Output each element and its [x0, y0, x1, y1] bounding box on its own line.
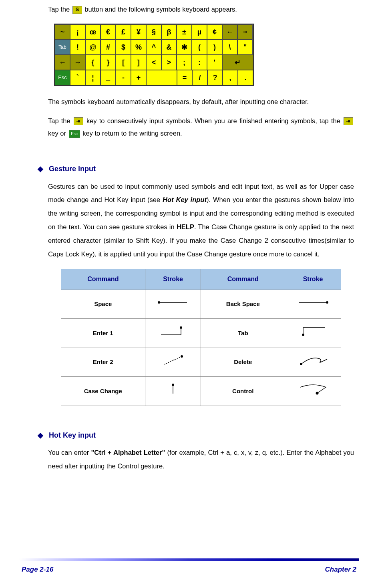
cmd-backspace: Back Space [201, 290, 285, 319]
table-row: Enter 2 Delete [61, 348, 341, 377]
kb-key[interactable]: ¡ [70, 24, 85, 40]
kb-key[interactable]: [ [116, 55, 131, 70]
svg-point-3 [326, 301, 328, 304]
kb-key[interactable]: } [101, 55, 116, 70]
intro-text-1: Tap the [48, 6, 72, 13]
symbols-button-icon: S [72, 6, 82, 14]
kb-right[interactable]: → [70, 55, 85, 70]
gesture-title: Gesture input [49, 162, 96, 176]
kb-key[interactable]: ± [177, 24, 192, 40]
cmd-enter2: Enter 2 [61, 348, 145, 377]
kb-tilde[interactable]: ~ [55, 24, 70, 40]
kb-key[interactable]: < [146, 55, 161, 70]
kb-key[interactable]: ` [70, 70, 85, 85]
kb-key[interactable]: ( [192, 40, 207, 55]
hotkey-body: You can enter "Ctrl + Alphabet Letter" (… [48, 446, 354, 473]
kb-key[interactable]: ^ [146, 40, 161, 55]
kb-key[interactable]: { [85, 55, 101, 70]
kb-key[interactable]: € [101, 24, 116, 40]
p2-a: Tap the [48, 117, 73, 124]
stroke-enter1 [145, 319, 201, 348]
stroke-space [145, 290, 201, 319]
kb-key[interactable]: ) [207, 40, 222, 55]
s2-b: "Ctrl + Alphabet Letter" [91, 449, 165, 456]
kb-key[interactable]: ¦ [85, 70, 101, 85]
cmd-tab: Tab [201, 319, 285, 348]
symbols-keyboard: ~ ¡ œ € £ ¥ § β ± µ ¢ ← Tab ! @ # $ % ^ … [54, 24, 254, 86]
th-stroke: Stroke [145, 269, 201, 290]
svg-point-10 [316, 392, 318, 395]
kb-key[interactable]: ✱ [177, 40, 192, 55]
kb-esc[interactable]: Esc [55, 70, 70, 85]
pin-key-icon [74, 117, 83, 125]
cmd-space: Space [61, 290, 145, 319]
hotkey-title: Hot Key input [49, 428, 96, 442]
cmd-control: Control [201, 377, 285, 406]
table-row: Space Back Space [61, 290, 341, 319]
kb-key[interactable]: > [161, 55, 177, 70]
esc-key-icon: Esc [69, 130, 80, 138]
kb-tab[interactable]: Tab [55, 40, 70, 55]
stroke-casechange [145, 377, 201, 406]
stroke-control [285, 377, 341, 406]
kb-key[interactable]: œ [85, 24, 101, 40]
stroke-tab [285, 319, 341, 348]
kb-key[interactable]: / [192, 70, 207, 85]
stroke-delete [285, 348, 341, 377]
kb-key[interactable]: ] [131, 55, 146, 70]
kb-key[interactable]: $ [116, 40, 131, 55]
cmd-enter1: Enter 1 [61, 319, 145, 348]
diamond-icon: ◆ [38, 162, 43, 176]
table-row: Case Change Control [61, 377, 341, 406]
kb-key[interactable]: + [131, 70, 146, 85]
cmd-delete: Delete [201, 348, 285, 377]
p2-b: key to consecutively input symbols. When… [86, 117, 343, 124]
kb-key[interactable]: ¢ [207, 24, 222, 40]
kb-key[interactable]: " [237, 40, 253, 55]
paragraph-2: Tap the key to consecutively input symbo… [48, 115, 354, 140]
th-stroke-2: Stroke [285, 269, 341, 290]
kb-key[interactable]: @ [85, 40, 101, 55]
kb-key[interactable]: ' [207, 55, 222, 70]
kb-key[interactable]: \ [222, 40, 237, 55]
kb-key[interactable]: ! [70, 40, 85, 55]
kb-space[interactable] [146, 70, 177, 85]
kb-key[interactable]: = [177, 70, 192, 85]
kb-key[interactable]: % [131, 40, 146, 55]
paragraph-1: The symbols keyboard automatically disap… [48, 96, 354, 108]
kb-key[interactable]: , [223, 70, 238, 85]
stroke-enter2 [145, 348, 201, 377]
kb-key[interactable]: - [116, 70, 131, 85]
diamond-icon: ◆ [38, 428, 43, 442]
gesture-table: Command Stroke Command Stroke Space Back… [61, 269, 341, 406]
kb-key[interactable]: . [238, 70, 253, 85]
kb-key[interactable]: _ [101, 70, 116, 85]
kb-key[interactable]: # [101, 40, 116, 55]
s1-d: HELP [177, 223, 194, 230]
kb-key[interactable]: β [161, 24, 177, 40]
kb-key[interactable]: £ [116, 24, 131, 40]
hotkey-heading: ◆ Hot Key input [38, 428, 354, 442]
kb-key[interactable]: ¥ [131, 24, 146, 40]
s1-b: Hot Key input [163, 196, 207, 203]
table-row: Enter 1 Tab [61, 319, 341, 348]
p2-d: key to return to the writing screen. [82, 130, 182, 137]
footer-divider [19, 558, 359, 561]
cmd-casechange: Case Change [61, 377, 145, 406]
kb-backspace[interactable]: ← [222, 24, 237, 40]
kb-key[interactable]: & [161, 40, 177, 55]
kb-key[interactable]: ; [177, 55, 192, 70]
intro-line: Tap the S button and the following symbo… [48, 3, 354, 16]
gesture-body: Gestures can be used to input commonly u… [48, 180, 354, 261]
s2-a: You can enter [48, 449, 91, 456]
chapter-label: Chapter 2 [325, 563, 356, 576]
kb-pin[interactable] [237, 24, 253, 40]
kb-key[interactable]: µ [192, 24, 207, 40]
page-footer: Page 2-16 Chapter 2 [0, 558, 378, 576]
kb-key[interactable]: ? [207, 70, 223, 85]
kb-left[interactable]: ← [55, 55, 70, 70]
kb-enter[interactable]: ↵ [222, 55, 253, 70]
gesture-input-heading: ◆ Gesture input [38, 162, 354, 176]
kb-key[interactable]: : [192, 55, 207, 70]
kb-key[interactable]: § [146, 24, 161, 40]
